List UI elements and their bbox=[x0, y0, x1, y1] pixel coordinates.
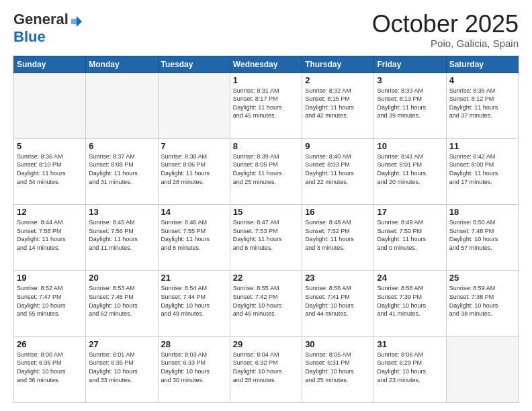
day-number: 12 bbox=[17, 207, 83, 217]
calendar-table: Sunday Monday Tuesday Wednesday Thursday… bbox=[13, 56, 519, 403]
calendar-cell bbox=[446, 336, 518, 402]
calendar-cell: 11Sunrise: 8:42 AMSunset: 8:00 PMDayligh… bbox=[446, 138, 518, 204]
day-number: 16 bbox=[305, 207, 371, 217]
day-number: 7 bbox=[161, 141, 227, 151]
header-monday: Monday bbox=[86, 56, 158, 73]
day-info: Sunrise: 8:53 AMSunset: 7:45 PMDaylight:… bbox=[89, 284, 154, 318]
day-info: Sunrise: 8:36 AMSunset: 8:10 PMDaylight:… bbox=[17, 152, 83, 186]
svg-marker-1 bbox=[71, 19, 77, 24]
calendar-cell: 7Sunrise: 8:38 AMSunset: 8:06 PMDaylight… bbox=[158, 138, 230, 204]
day-info: Sunrise: 8:38 AMSunset: 8:06 PMDaylight:… bbox=[161, 152, 227, 186]
svg-marker-0 bbox=[77, 16, 82, 27]
location-text: Poio, Galicia, Spain bbox=[372, 38, 519, 49]
day-info: Sunrise: 8:31 AMSunset: 8:17 PMDaylight:… bbox=[233, 87, 299, 120]
day-info: Sunrise: 8:41 AMSunset: 8:01 PMDaylight:… bbox=[377, 152, 443, 186]
day-info: Sunrise: 8:06 AMSunset: 6:29 PMDaylight:… bbox=[377, 351, 443, 384]
calendar-week-row: 12Sunrise: 8:44 AMSunset: 7:58 PMDayligh… bbox=[14, 205, 519, 271]
day-number: 19 bbox=[17, 273, 83, 283]
calendar-cell: 19Sunrise: 8:52 AMSunset: 7:47 PMDayligh… bbox=[14, 271, 86, 336]
day-info: Sunrise: 8:47 AMSunset: 7:53 PMDaylight:… bbox=[233, 218, 299, 252]
calendar-cell: 16Sunrise: 8:48 AMSunset: 7:52 PMDayligh… bbox=[302, 205, 374, 271]
day-number: 9 bbox=[305, 141, 371, 151]
calendar-cell: 17Sunrise: 8:49 AMSunset: 7:50 PMDayligh… bbox=[374, 205, 446, 271]
calendar-cell: 10Sunrise: 8:41 AMSunset: 8:01 PMDayligh… bbox=[374, 138, 446, 204]
day-number: 27 bbox=[89, 339, 154, 349]
logo-blue-text: Blue bbox=[13, 28, 46, 46]
calendar-week-row: 19Sunrise: 8:52 AMSunset: 7:47 PMDayligh… bbox=[14, 271, 519, 336]
calendar-week-row: 5Sunrise: 8:36 AMSunset: 8:10 PMDaylight… bbox=[14, 138, 519, 204]
day-info: Sunrise: 8:04 AMSunset: 6:32 PMDaylight:… bbox=[233, 351, 299, 384]
calendar-cell bbox=[86, 73, 158, 138]
calendar-cell bbox=[14, 73, 86, 138]
day-info: Sunrise: 8:03 AMSunset: 6:33 PMDaylight:… bbox=[161, 351, 227, 384]
day-info: Sunrise: 8:01 AMSunset: 6:35 PMDaylight:… bbox=[89, 351, 154, 384]
calendar-header-row: Sunday Monday Tuesday Wednesday Thursday… bbox=[14, 56, 519, 73]
day-number: 5 bbox=[17, 141, 83, 151]
day-number: 15 bbox=[233, 207, 299, 217]
day-number: 3 bbox=[377, 75, 443, 85]
day-number: 11 bbox=[449, 141, 515, 151]
calendar-cell: 20Sunrise: 8:53 AMSunset: 7:45 PMDayligh… bbox=[86, 271, 158, 336]
day-info: Sunrise: 8:44 AMSunset: 7:58 PMDaylight:… bbox=[17, 218, 83, 252]
day-info: Sunrise: 8:58 AMSunset: 7:39 PMDaylight:… bbox=[377, 284, 443, 318]
calendar-cell: 2Sunrise: 8:32 AMSunset: 8:15 PMDaylight… bbox=[302, 73, 374, 138]
calendar-cell: 9Sunrise: 8:40 AMSunset: 8:03 PMDaylight… bbox=[302, 138, 374, 204]
day-number: 30 bbox=[305, 339, 371, 349]
day-info: Sunrise: 8:45 AMSunset: 7:56 PMDaylight:… bbox=[89, 218, 154, 252]
calendar-cell: 12Sunrise: 8:44 AMSunset: 7:58 PMDayligh… bbox=[14, 205, 86, 271]
day-info: Sunrise: 8:33 AMSunset: 8:13 PMDaylight:… bbox=[377, 87, 443, 120]
day-number: 21 bbox=[161, 273, 227, 283]
day-number: 2 bbox=[305, 75, 371, 85]
day-number: 28 bbox=[161, 339, 227, 349]
day-number: 26 bbox=[17, 339, 83, 349]
logo-icon bbox=[70, 15, 83, 28]
calendar-cell: 21Sunrise: 8:54 AMSunset: 7:44 PMDayligh… bbox=[158, 271, 230, 336]
calendar-cell: 4Sunrise: 8:35 AMSunset: 8:12 PMDaylight… bbox=[446, 73, 518, 138]
day-info: Sunrise: 8:37 AMSunset: 8:08 PMDaylight:… bbox=[89, 152, 154, 186]
day-number: 20 bbox=[89, 273, 154, 283]
calendar-cell: 5Sunrise: 8:36 AMSunset: 8:10 PMDaylight… bbox=[14, 138, 86, 204]
calendar-cell: 22Sunrise: 8:55 AMSunset: 7:42 PMDayligh… bbox=[230, 271, 302, 336]
day-number: 17 bbox=[377, 207, 443, 217]
day-info: Sunrise: 8:55 AMSunset: 7:42 PMDaylight:… bbox=[233, 284, 299, 318]
calendar-cell: 28Sunrise: 8:03 AMSunset: 6:33 PMDayligh… bbox=[158, 336, 230, 402]
month-title: October 2025 bbox=[372, 11, 519, 38]
day-number: 23 bbox=[305, 273, 371, 283]
calendar-cell: 8Sunrise: 8:39 AMSunset: 8:05 PMDaylight… bbox=[230, 138, 302, 204]
title-section: October 2025 Poio, Galicia, Spain bbox=[372, 11, 519, 49]
calendar-cell: 18Sunrise: 8:50 AMSunset: 7:48 PMDayligh… bbox=[446, 205, 518, 271]
calendar-cell: 3Sunrise: 8:33 AMSunset: 8:13 PMDaylight… bbox=[374, 73, 446, 138]
calendar-page: General Blue October 2025 Poio, Galicia,… bbox=[0, 0, 532, 411]
logo: General Blue bbox=[13, 11, 83, 46]
day-info: Sunrise: 8:32 AMSunset: 8:15 PMDaylight:… bbox=[305, 87, 371, 120]
calendar-cell: 29Sunrise: 8:04 AMSunset: 6:32 PMDayligh… bbox=[230, 336, 302, 402]
calendar-cell: 14Sunrise: 8:46 AMSunset: 7:55 PMDayligh… bbox=[158, 205, 230, 271]
day-number: 31 bbox=[377, 339, 443, 349]
calendar-cell: 31Sunrise: 8:06 AMSunset: 6:29 PMDayligh… bbox=[374, 336, 446, 402]
day-number: 6 bbox=[89, 141, 154, 151]
header-sunday: Sunday bbox=[14, 56, 86, 73]
day-number: 25 bbox=[449, 273, 515, 283]
header-wednesday: Wednesday bbox=[230, 56, 302, 73]
calendar-cell: 26Sunrise: 8:00 AMSunset: 6:36 PMDayligh… bbox=[14, 336, 86, 402]
calendar-cell bbox=[158, 73, 230, 138]
day-number: 8 bbox=[233, 141, 299, 151]
day-number: 14 bbox=[161, 207, 227, 217]
day-info: Sunrise: 8:05 AMSunset: 6:31 PMDaylight:… bbox=[305, 351, 371, 384]
day-info: Sunrise: 8:39 AMSunset: 8:05 PMDaylight:… bbox=[233, 152, 299, 186]
calendar-cell: 6Sunrise: 8:37 AMSunset: 8:08 PMDaylight… bbox=[86, 138, 158, 204]
day-info: Sunrise: 8:59 AMSunset: 7:38 PMDaylight:… bbox=[449, 284, 515, 318]
calendar-cell: 1Sunrise: 8:31 AMSunset: 8:17 PMDaylight… bbox=[230, 73, 302, 138]
calendar-cell: 24Sunrise: 8:58 AMSunset: 7:39 PMDayligh… bbox=[374, 271, 446, 336]
calendar-week-row: 26Sunrise: 8:00 AMSunset: 6:36 PMDayligh… bbox=[14, 336, 519, 402]
header-saturday: Saturday bbox=[446, 56, 518, 73]
day-number: 10 bbox=[377, 141, 443, 151]
day-number: 22 bbox=[233, 273, 299, 283]
calendar-cell: 15Sunrise: 8:47 AMSunset: 7:53 PMDayligh… bbox=[230, 205, 302, 271]
day-info: Sunrise: 8:52 AMSunset: 7:47 PMDaylight:… bbox=[17, 284, 83, 318]
day-info: Sunrise: 8:48 AMSunset: 7:52 PMDaylight:… bbox=[305, 218, 371, 252]
day-info: Sunrise: 8:56 AMSunset: 7:41 PMDaylight:… bbox=[305, 284, 371, 318]
header-tuesday: Tuesday bbox=[158, 56, 230, 73]
day-info: Sunrise: 8:00 AMSunset: 6:36 PMDaylight:… bbox=[17, 351, 83, 384]
day-number: 4 bbox=[449, 75, 515, 85]
